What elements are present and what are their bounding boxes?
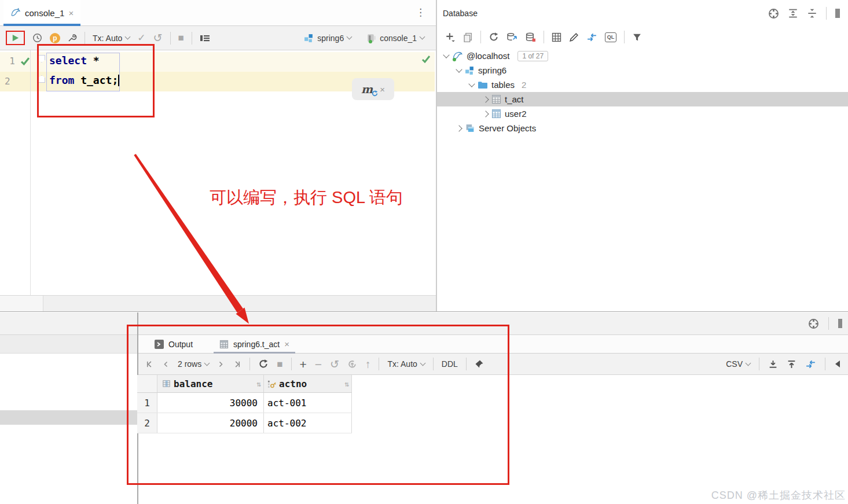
hide-panel-icon[interactable] [835,9,840,18]
schema-selector[interactable]: spring6 [304,33,351,43]
chevron-down-icon [746,360,751,366]
play-icon [11,34,20,42]
folder-icon [478,80,488,90]
cell-balance[interactable]: 20000 [157,413,264,433]
sort-icon[interactable]: ⇅ [256,380,261,388]
add-datasource-button[interactable] [445,32,456,42]
kebab-menu-icon[interactable]: ⋮ [416,6,425,19]
export-data-button[interactable] [768,359,778,369]
prev-page-button[interactable] [162,360,170,368]
chevron-down-icon [204,360,210,366]
tree-node-t-act[interactable]: t_act [437,92,848,106]
refresh-icon [372,90,378,97]
tx-mode-select[interactable]: Tx: Auto [93,34,130,43]
settings-button[interactable] [68,34,77,43]
tree-node-user2[interactable]: user2 [437,106,848,121]
execute-button[interactable] [11,34,20,42]
grid-row[interactable]: 2 20000 act-002 [137,413,352,433]
divider [291,358,292,370]
stop-icon[interactable]: ■ [277,359,282,369]
column-header-actno[interactable]: actno ⇅ [264,375,352,392]
import-data-button[interactable] [787,359,796,369]
submit-icon[interactable]: ↑ [365,359,371,370]
rows-count-select[interactable]: 2 rows [178,359,209,369]
cell-balance[interactable]: 30000 [157,393,264,413]
expand-all-icon[interactable] [788,8,798,19]
tx-mode-select[interactable]: Tx: Auto [387,359,424,369]
new-table-button[interactable] [552,32,561,42]
close-icon[interactable]: × [380,84,385,94]
last-page-button[interactable] [233,360,241,369]
column-header-balance[interactable]: balance ⇅ [157,375,264,392]
tree-node-server-objects[interactable]: Server Objects [437,121,848,135]
jump-to-console-button[interactable]: QL [605,32,616,42]
execute-in-console-button[interactable] [200,34,210,43]
sort-icon[interactable]: ⇅ [344,380,349,388]
schema-count-badge: 1 of 27 [517,51,548,61]
force-refresh-button[interactable] [506,32,517,42]
collapse-all-icon[interactable] [807,8,817,19]
code-line-1[interactable]: select * [49,54,100,67]
tab-output[interactable]: Output [146,335,201,354]
compare-button[interactable] [805,359,816,369]
code-line-2[interactable]: from t_act; [49,74,119,86]
row-number[interactable]: 2 [137,413,157,433]
inlay-hint-popup[interactable]: m × [352,78,394,100]
ql-console-icon: QL [607,34,615,40]
tree-node-spring6[interactable]: spring6 [437,63,848,78]
modify-button[interactable] [569,32,579,42]
horizontal-scrollbar[interactable] [0,410,137,425]
refresh-button[interactable] [489,32,499,42]
editor-tab-bar: console_1 × ⋮ [0,0,436,26]
ddl-button[interactable]: DDL [442,359,458,369]
wrench-icon [68,34,77,43]
settings-gear-icon[interactable] [808,318,819,329]
detach-schema-button[interactable] [525,32,536,42]
hide-panel-icon[interactable] [838,319,842,328]
cell-actno[interactable]: act-002 [264,413,352,433]
revert-icon[interactable]: ↺ [330,359,339,370]
table-icon [491,94,501,104]
settings-gear-icon[interactable] [768,8,779,19]
tab-console-1[interactable]: console_1 × [3,0,80,26]
next-page-button[interactable] [217,360,225,368]
export-format-select[interactable]: CSV [726,359,750,369]
services-tool-window: Output spring6.t_act × 2 rows [0,311,848,504]
success-check-icon [20,57,30,65]
history-button[interactable] [32,33,42,43]
tree-node-localhost[interactable]: @localhost 1 of 27 [437,49,848,63]
collapse-panel-icon[interactable] [834,360,841,368]
parameters-button[interactable]: p [50,33,60,43]
server-objects-icon [465,123,475,133]
mysql-dolphin-icon [10,8,21,18]
duplicate-button[interactable] [463,32,473,42]
chevron-down-icon [443,51,449,58]
chevron-down-icon [125,34,131,40]
sync-button[interactable] [586,32,597,42]
close-tab-icon[interactable]: × [68,8,74,18]
cell-actno[interactable]: act-001 [264,393,352,413]
tab-result-grid[interactable]: spring6.t_act × [211,335,298,354]
grid-corner[interactable] [137,375,157,392]
pin-icon [475,359,484,369]
editor-status-strip [0,295,436,311]
tree-node-tables[interactable]: tables 2 [437,78,848,92]
filter-button[interactable] [632,32,642,42]
sql-editor[interactable]: 1 2 select * from t_act; m × [0,50,435,295]
session-selector[interactable]: console_1 [366,33,424,43]
rollback-icon[interactable]: ↺ [153,32,163,43]
commit-reload-button[interactable] [347,359,357,369]
commit-icon[interactable]: ✓ [137,33,145,43]
first-page-button[interactable] [145,360,154,369]
add-row-icon[interactable]: + [300,358,307,370]
pin-tab-button[interactable] [475,359,484,369]
reload-data-button[interactable] [258,359,269,369]
schema-label: spring6 [478,65,506,75]
row-number[interactable]: 1 [137,393,157,413]
grid-row[interactable]: 1 30000 act-001 [137,393,352,413]
table-grid-icon [219,340,229,349]
delete-row-icon[interactable]: − [315,358,322,370]
close-tab-icon[interactable]: × [284,339,289,349]
stop-icon[interactable]: ■ [178,33,184,43]
column-icon [162,380,171,388]
